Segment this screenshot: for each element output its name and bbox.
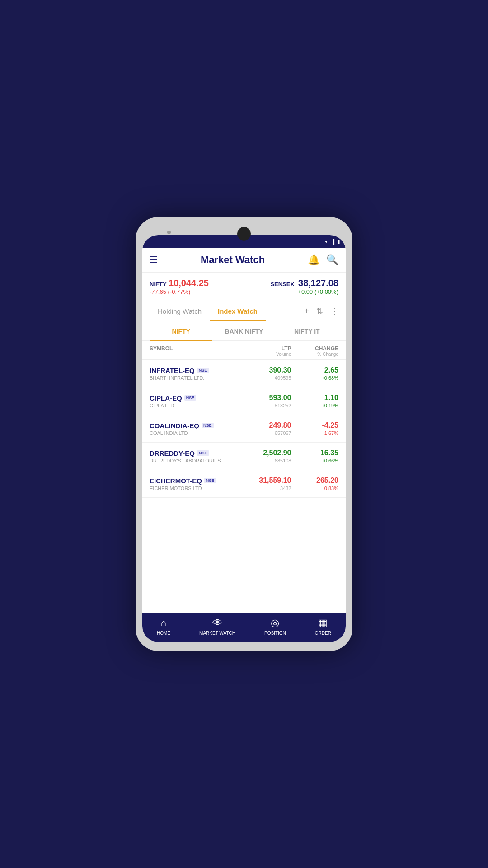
sensex-index: SENSEX 38,127.08 +0.00 (+0.00%) [270, 278, 338, 295]
nav-market-watch[interactable]: 👁 MARKET WATCH [199, 617, 235, 636]
nifty-change: -77.65 (-0.77%) [150, 288, 209, 295]
nav-position-label: POSITION [264, 631, 286, 636]
sensex-value: 38,127.08 [298, 278, 338, 288]
stock-symbol: CIPLA-EQ NSE [150, 394, 244, 402]
stock-change: -265.20 -0.83% [291, 476, 339, 491]
add-watchlist-button[interactable]: + [304, 307, 309, 316]
menu-button[interactable]: ☰ [150, 255, 158, 265]
sensex-change: +0.00 (+0.00%) [270, 288, 338, 295]
exchange-badge: NSE [204, 478, 216, 483]
stock-price: 593.00 [244, 394, 291, 402]
bottom-nav: ⌂ HOME 👁 MARKET WATCH ◎ POSITION ▦ ORDER [142, 613, 346, 642]
change-percent: -1.67% [291, 430, 339, 436]
stock-info: EICHERMOT-EQ NSE EICHER MOTORS LTD [150, 477, 244, 491]
change-value: -4.25 [291, 421, 339, 429]
table-row[interactable]: COALINDIA-EQ NSE COAL INDIA LTD 249.80 6… [142, 415, 346, 443]
battery-icon [337, 238, 340, 245]
stock-symbol: EICHERMOT-EQ NSE [150, 477, 244, 485]
stock-change: 1.10 +0.19% [291, 394, 339, 408]
stock-price: 390.30 [244, 366, 291, 374]
stock-name: BHARTI INFRATEL LTD. [150, 375, 244, 381]
change-value: 2.65 [291, 366, 339, 374]
table-header: SYMBOL LTP Volume CHANGE % Change [142, 341, 346, 360]
sub-tab-nifty[interactable]: NIFTY [150, 321, 212, 341]
phone-speaker [167, 231, 171, 234]
wifi-icon [324, 239, 328, 244]
stock-price: 249.80 [244, 421, 291, 429]
nav-home[interactable]: ⌂ HOME [157, 617, 170, 636]
stock-ltp: 249.80 657067 [244, 421, 291, 436]
change-percent: -0.83% [291, 486, 339, 491]
more-options-button[interactable]: ⋮ [330, 306, 338, 316]
main-tabs: Holding Watch Index Watch + ⇅ ⋮ [142, 301, 346, 321]
stock-symbol: COALINDIA-EQ NSE [150, 422, 244, 429]
change-percent: +0.66% [291, 458, 339, 463]
sensex-label: SENSEX [270, 281, 294, 288]
nifty-label: NIFTY [150, 281, 167, 288]
stock-ltp: 31,559.10 3432 [244, 476, 291, 491]
stock-volume: 409595 [244, 375, 291, 381]
nav-order[interactable]: ▦ ORDER [315, 617, 331, 636]
tab-index-watch[interactable]: Index Watch [210, 301, 266, 321]
exchange-badge: NSE [197, 368, 209, 373]
change-value: -265.20 [291, 476, 339, 485]
stock-change: -4.25 -1.67% [291, 421, 339, 436]
notification-icon[interactable]: 🔔 [308, 254, 320, 266]
stock-change: 2.65 +0.68% [291, 366, 339, 381]
exchange-badge: NSE [197, 450, 209, 456]
stock-info: CIPLA-EQ NSE CIPLA LTD [150, 394, 244, 408]
market-watch-icon: 👁 [212, 617, 222, 629]
signal-icon [331, 239, 334, 244]
col-header-change: CHANGE % Change [291, 345, 339, 357]
nav-home-label: HOME [157, 631, 170, 636]
phone-frame: ☰ Market Watch 🔔 🔍 NIFTY 10,044.25 -77.6… [136, 217, 352, 651]
stock-list: INFRATEL-EQ NSE BHARTI INFRATEL LTD. 390… [142, 360, 346, 613]
col-header-ltp: LTP Volume [244, 345, 291, 357]
index-sub-tabs: NIFTY BANK NIFTY NIFTY IT [142, 321, 346, 341]
phone-camera [237, 227, 251, 241]
change-value: 1.10 [291, 394, 339, 402]
app-header: ☰ Market Watch 🔔 🔍 [142, 248, 346, 273]
stock-volume: 657067 [244, 430, 291, 436]
stock-info: COALINDIA-EQ NSE COAL INDIA LTD [150, 422, 244, 436]
table-row[interactable]: CIPLA-EQ NSE CIPLA LTD 593.00 518252 1.1… [142, 387, 346, 415]
stock-change: 16.35 +0.66% [291, 449, 339, 463]
stock-name: EICHER MOTORS LTD [150, 486, 244, 491]
table-row[interactable]: INFRATEL-EQ NSE BHARTI INFRATEL LTD. 390… [142, 360, 346, 387]
tab-holding-watch[interactable]: Holding Watch [150, 301, 210, 321]
tab-actions: + ⇅ ⋮ [304, 306, 338, 316]
sub-tab-bank-nifty[interactable]: BANK NIFTY [212, 321, 275, 341]
exchange-badge: NSE [202, 423, 214, 428]
nav-order-label: ORDER [315, 631, 331, 636]
order-icon: ▦ [318, 617, 328, 629]
change-percent: +0.19% [291, 403, 339, 408]
col-header-symbol: SYMBOL [150, 345, 244, 357]
stock-symbol: INFRATEL-EQ NSE [150, 367, 244, 374]
stock-info: DRREDDY-EQ NSE DR. REDDY'S LABORATORIES [150, 449, 244, 463]
sort-button[interactable]: ⇅ [316, 306, 323, 316]
change-percent: +0.68% [291, 375, 339, 381]
table-row[interactable]: EICHERMOT-EQ NSE EICHER MOTORS LTD 31,55… [142, 470, 346, 498]
nifty-value: 10,044.25 [169, 278, 209, 288]
stock-name: CIPLA LTD [150, 403, 244, 408]
market-indices: NIFTY 10,044.25 -77.65 (-0.77%) SENSEX 3… [142, 273, 346, 301]
nav-market-watch-label: MARKET WATCH [199, 631, 235, 636]
page-title: Market Watch [201, 254, 265, 266]
home-icon: ⌂ [160, 617, 166, 629]
stock-ltp: 390.30 409595 [244, 366, 291, 381]
stock-volume: 518252 [244, 403, 291, 408]
stock-ltp: 593.00 518252 [244, 394, 291, 408]
stock-volume: 3432 [244, 486, 291, 491]
change-value: 16.35 [291, 449, 339, 457]
stock-price: 2,502.90 [244, 449, 291, 457]
sub-tab-nifty-it[interactable]: NIFTY IT [276, 321, 338, 341]
stock-info: INFRATEL-EQ NSE BHARTI INFRATEL LTD. [150, 367, 244, 381]
nav-position[interactable]: ◎ POSITION [264, 617, 286, 636]
exchange-badge: NSE [184, 395, 197, 401]
search-icon[interactable]: 🔍 [326, 254, 338, 266]
position-icon: ◎ [271, 617, 279, 629]
table-row[interactable]: DRREDDY-EQ NSE DR. REDDY'S LABORATORIES … [142, 443, 346, 470]
stock-symbol: DRREDDY-EQ NSE [150, 449, 244, 457]
stock-name: COAL INDIA LTD [150, 430, 244, 436]
stock-ltp: 2,502.90 685108 [244, 449, 291, 463]
